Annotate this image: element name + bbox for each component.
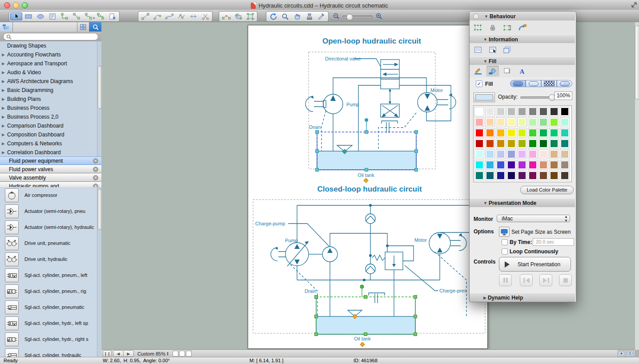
shadow-icon[interactable] bbox=[501, 66, 514, 76]
library-item[interactable]: ▶Audio & Video bbox=[0, 68, 101, 77]
by-time-field[interactable]: 20.0 sec bbox=[533, 238, 574, 246]
disclosure-triangle-icon[interactable]: ▶ bbox=[2, 79, 6, 84]
color-swatch[interactable] bbox=[507, 171, 516, 180]
stop-button[interactable] bbox=[559, 274, 572, 286]
color-swatch[interactable] bbox=[528, 128, 537, 137]
color-swatch[interactable] bbox=[550, 139, 559, 148]
tab-grid-view[interactable] bbox=[77, 22, 89, 32]
color-swatch[interactable] bbox=[539, 107, 548, 116]
color-swatch[interactable] bbox=[486, 150, 494, 159]
close-library-icon[interactable]: ✕ bbox=[93, 167, 98, 172]
color-swatch[interactable] bbox=[560, 150, 569, 159]
color-swatch[interactable] bbox=[560, 128, 569, 137]
zoom-slider[interactable] bbox=[342, 16, 373, 18]
color-swatch[interactable] bbox=[528, 139, 537, 148]
line-tool[interactable] bbox=[139, 12, 151, 20]
shape-item[interactable]: Actuator (semi-rotary), hydraulic bbox=[0, 219, 101, 235]
rotate-tool[interactable] bbox=[267, 12, 279, 20]
canvas-scrollbar-thumb[interactable] bbox=[635, 25, 639, 100]
open-library-fluid-power-valves[interactable]: Fluid power valves✕ bbox=[0, 165, 101, 173]
color-swatch[interactable] bbox=[550, 118, 559, 127]
previous-page-button[interactable]: ◀ bbox=[113, 350, 124, 357]
close-library-icon[interactable]: ✕ bbox=[93, 158, 98, 164]
color-swatch[interactable] bbox=[475, 139, 484, 148]
panel-widget-icon[interactable] bbox=[473, 13, 479, 19]
shape-item[interactable]: Sgl-act. cylinder, pneum., left bbox=[0, 267, 101, 283]
action-arrow-icon[interactable] bbox=[516, 22, 528, 33]
zoom-in-icon[interactable] bbox=[375, 12, 382, 21]
pages-icon[interactable] bbox=[501, 44, 514, 55]
library-item[interactable]: ▶Business Process bbox=[0, 104, 101, 112]
polyline-tool[interactable] bbox=[175, 12, 187, 20]
library-scrollbar[interactable] bbox=[97, 41, 101, 156]
color-swatch[interactable] bbox=[539, 118, 548, 127]
divide-tool[interactable] bbox=[187, 12, 199, 20]
zoom-stepper[interactable]: ▲▼ bbox=[166, 352, 169, 356]
color-swatch[interactable] bbox=[518, 118, 526, 127]
search-input[interactable] bbox=[3, 33, 98, 40]
color-swatch[interactable] bbox=[518, 139, 526, 148]
text-tool[interactable] bbox=[46, 12, 58, 20]
color-swatch[interactable] bbox=[560, 139, 569, 148]
library-item[interactable]: ▶Comparison Dashboard bbox=[0, 121, 101, 130]
color-swatch[interactable] bbox=[507, 160, 516, 169]
disclosure-triangle-icon[interactable]: ▶ bbox=[2, 124, 6, 128]
color-swatch[interactable] bbox=[539, 150, 548, 159]
page-thumb[interactable] bbox=[179, 351, 185, 356]
information-header[interactable]: ▼Information bbox=[470, 35, 575, 44]
fit-page-icon[interactable] bbox=[618, 350, 625, 357]
resize-frame-icon[interactable] bbox=[501, 22, 514, 33]
color-swatch[interactable] bbox=[486, 160, 494, 169]
next-button[interactable] bbox=[539, 274, 552, 286]
split-view-button[interactable]: ❙❙ bbox=[103, 350, 112, 357]
color-swatch[interactable] bbox=[475, 107, 484, 116]
fill-bucket-icon[interactable] bbox=[486, 66, 499, 76]
start-presentation-button[interactable]: Start Presentation bbox=[499, 257, 571, 272]
library-item[interactable]: ▶Business Process 2,0 bbox=[0, 112, 101, 121]
delete-shape-tool[interactable] bbox=[106, 12, 118, 20]
page-thumb[interactable] bbox=[186, 351, 192, 356]
disclosure-triangle-icon[interactable]: ▶ bbox=[2, 52, 6, 57]
color-swatch[interactable] bbox=[507, 128, 516, 137]
color-swatch[interactable] bbox=[550, 150, 559, 159]
selection-frame-icon[interactable] bbox=[472, 22, 484, 33]
resize-grip-icon[interactable] bbox=[631, 2, 637, 8]
fill-type-solid[interactable] bbox=[510, 80, 526, 87]
stamp-tool[interactable] bbox=[303, 12, 315, 20]
color-swatch[interactable] bbox=[507, 107, 516, 116]
color-swatch[interactable] bbox=[496, 139, 505, 148]
color-swatch[interactable] bbox=[475, 150, 484, 159]
open-library-fluid-power-equipment[interactable]: Fluid power equipment✕ bbox=[0, 156, 101, 165]
eyedropper-tool[interactable] bbox=[315, 12, 327, 20]
zoom-level-value[interactable]: Custom 85% bbox=[137, 351, 165, 356]
library-item[interactable]: ▶Aerospace and Transport bbox=[0, 59, 101, 68]
connector-direct-tool[interactable] bbox=[58, 12, 70, 20]
pause-button[interactable] bbox=[499, 274, 512, 286]
color-swatch[interactable] bbox=[475, 128, 484, 137]
color-swatch[interactable] bbox=[475, 160, 484, 169]
connector-tree-tool[interactable] bbox=[94, 12, 106, 20]
color-swatch[interactable] bbox=[539, 160, 548, 169]
library-item[interactable]: ▶AWS Architecture Diagrams bbox=[0, 77, 101, 86]
note-cursor-icon[interactable] bbox=[486, 44, 499, 55]
zoom-slider-thumb[interactable] bbox=[346, 14, 353, 20]
color-swatch[interactable] bbox=[539, 139, 548, 148]
library-item[interactable]: ▶Correlation Dashboard bbox=[0, 148, 101, 156]
load-color-palette-button[interactable]: Load Color Palette bbox=[520, 186, 574, 194]
page-thumb[interactable] bbox=[173, 351, 178, 356]
reshape-tool[interactable] bbox=[220, 12, 232, 20]
tab-library-tree[interactable] bbox=[0, 22, 13, 32]
color-swatch[interactable] bbox=[560, 107, 569, 116]
opacity-slider[interactable] bbox=[520, 96, 552, 99]
shape-item[interactable]: Sgl-act. cylinder, hydr., left sp bbox=[0, 315, 101, 331]
color-swatch[interactable] bbox=[496, 118, 505, 127]
color-swatch[interactable] bbox=[528, 171, 537, 180]
color-swatch[interactable] bbox=[496, 171, 505, 180]
arc-tool[interactable] bbox=[151, 12, 163, 20]
close-library-icon[interactable]: ✕ bbox=[93, 175, 98, 180]
fill-header[interactable]: ▼Fill bbox=[470, 56, 575, 66]
lock-icon[interactable] bbox=[486, 22, 499, 33]
shape-item[interactable]: Sgl-act. cylinder, hydraulic bbox=[0, 347, 101, 357]
shape-item[interactable]: Sgl-act. cylinder, pneumatic bbox=[0, 299, 101, 315]
disclosure-triangle-icon[interactable]: ▶ bbox=[2, 150, 6, 155]
